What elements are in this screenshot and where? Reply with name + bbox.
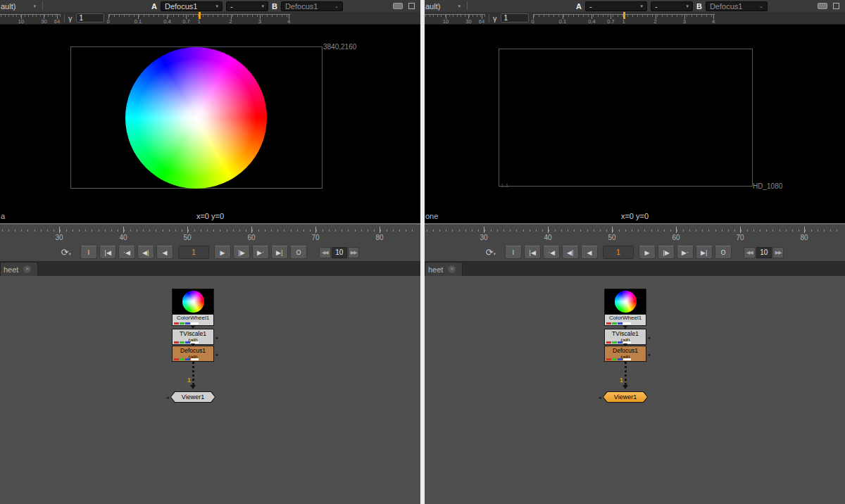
timeline-ruler[interactable]: 304050607080 — [425, 223, 845, 244]
chevron-down-icon: ▾ — [33, 4, 36, 9]
play-backward-button[interactable]: ◀ — [156, 246, 173, 259]
loop-mode-button[interactable]: ⟳▾ — [61, 248, 71, 257]
play-forward-button[interactable]: ▶ — [214, 246, 231, 259]
mask-input-icon[interactable]: ◂ — [215, 352, 218, 358]
first-frame-button[interactable]: |◀ — [99, 246, 116, 259]
step-forward-button[interactable]: |▶ — [658, 246, 675, 259]
node-colorwheel1[interactable]: ColorWheel1 — [604, 289, 646, 326]
buffer-a-label: A — [576, 2, 582, 11]
mask-input-icon[interactable]: ◂ — [647, 352, 650, 358]
prev-keyframe-button[interactable]: ·◀ — [118, 246, 135, 259]
timeline-tick-label: 50 — [608, 234, 615, 241]
pane-minimize-icon[interactable] — [818, 3, 827, 9]
timeline-tick — [530, 229, 530, 232]
gamma-tick — [119, 15, 120, 17]
dashed-connection-line[interactable] — [192, 362, 194, 385]
step-back-button[interactable]: ◀| — [562, 246, 579, 259]
increment-frame-button[interactable]: ▶▶ — [348, 247, 360, 258]
prev-keyframe-button[interactable]: ·◀ — [543, 246, 560, 259]
play-backward-button[interactable]: ◀ — [581, 246, 598, 259]
node-tviscale1[interactable]: TVIscale1 (all) ◂ — [604, 329, 646, 345]
viewer-canvas[interactable]: HD_1080 1,1 — [425, 25, 845, 209]
last-frame-button[interactable]: ▶| — [696, 246, 713, 259]
node-graph[interactable]: ColorWheel1 TVIscale1 (all) ◂ Defocus1 (… — [425, 276, 845, 504]
timeline-tick — [702, 229, 703, 232]
wipe-mode-dropdown[interactable]: - ▾ — [226, 1, 268, 11]
increment-frame-button[interactable]: ▶▶ — [772, 247, 784, 258]
timeline-tick — [613, 229, 613, 232]
mask-input-icon[interactable]: ◂ — [215, 335, 218, 341]
viewer-panel-right: ault) ▾ A - ▾ - ▾ B Defocus1 ⌄ — [425, 0, 845, 504]
dashed-connection-line[interactable] — [625, 362, 627, 385]
wipe-mode-dropdown[interactable]: - ▾ — [651, 1, 693, 11]
input-b-dropdown[interactable]: Defocus1 ⌄ — [281, 1, 343, 11]
timeline-major-tick — [315, 227, 316, 233]
current-frame-display: 1 — [603, 246, 634, 259]
gamma-slider[interactable]: 00.10.40.71234 — [533, 12, 715, 24]
alpha-channel-strip — [623, 322, 631, 325]
in-point-button[interactable]: I — [505, 246, 522, 259]
viewer-canvas[interactable]: 3840,2160 — [0, 25, 420, 209]
gain-slider[interactable]: 103064 — [425, 12, 487, 24]
node-label: Viewer1 — [171, 392, 215, 402]
node-viewer1[interactable]: ◂ Viewer1 — [170, 391, 215, 403]
node-graph[interactable]: ColorWheel1 TVIscale1 (all) ◂ Defocus1 (… — [0, 276, 420, 504]
layer-dropdown[interactable]: ault) ▾ — [425, 1, 461, 11]
timeline-tick — [747, 229, 748, 232]
step-forward-button[interactable]: |▶ — [233, 246, 250, 259]
node-defocus1[interactable]: Defocus1 (all) ◂ — [604, 346, 646, 362]
play-forward-button[interactable]: ▶ — [639, 246, 656, 259]
out-point-button[interactable]: O — [290, 246, 307, 259]
timeline-tick — [439, 229, 440, 232]
gain-slider[interactable]: 103064 — [0, 12, 62, 24]
input-b-dropdown[interactable]: Defocus1 ⌄ — [706, 1, 768, 11]
close-icon[interactable]: × — [23, 265, 31, 273]
close-icon[interactable]: × — [448, 265, 456, 273]
next-keyframe-button[interactable]: ▶· — [677, 246, 694, 259]
gamma-slider-handle[interactable] — [199, 12, 201, 19]
alpha-channel-strip — [191, 322, 199, 325]
timeline-major-tick — [251, 227, 252, 233]
out-point-button[interactable]: O — [715, 246, 732, 259]
timeline-major-tick — [123, 227, 124, 233]
timeline-tick — [188, 229, 189, 232]
blue-channel-strip — [618, 341, 622, 344]
tab-label: heet — [428, 265, 443, 274]
node-tviscale1[interactable]: TVIscale1 (all) ◂ — [172, 329, 214, 345]
timeline-major-tick — [804, 227, 805, 233]
timeline-tick — [555, 229, 556, 232]
gamma-input[interactable] — [76, 13, 104, 23]
gamma-tick — [213, 15, 213, 17]
tab-dope-sheet[interactable]: heet × — [0, 262, 38, 276]
next-keyframe-button[interactable]: ▶· — [252, 246, 269, 259]
gamma-slider-handle[interactable] — [623, 12, 625, 19]
pane-minimize-icon[interactable] — [393, 3, 403, 9]
input-a-dropdown[interactable]: - ▾ — [585, 1, 647, 11]
pane-maximize-icon[interactable] — [408, 3, 415, 9]
gamma-input[interactable] — [501, 13, 529, 23]
node-viewer1[interactable]: ◂ Viewer1 — [603, 391, 648, 403]
layer-dropdown[interactable]: ault) ▾ — [1, 1, 36, 11]
input-a-dropdown[interactable]: Defocus1 ▾ — [161, 1, 223, 11]
timeline-tick — [85, 229, 86, 232]
last-frame-button[interactable]: ▶| — [271, 246, 288, 259]
tab-dope-sheet[interactable]: heet × — [425, 262, 463, 276]
timeline-tick — [561, 229, 562, 232]
loop-mode-button[interactable]: ⟳▾ — [486, 248, 496, 257]
decrement-frame-button[interactable]: ◀◀ — [319, 247, 331, 258]
decrement-frame-button[interactable]: ◀◀ — [744, 247, 756, 258]
gamma-tick — [109, 15, 110, 17]
node-colorwheel1[interactable]: ColorWheel1 — [172, 289, 214, 326]
node-defocus1[interactable]: Defocus1 (all) ◂ — [172, 346, 214, 362]
first-frame-button[interactable]: |◀ — [524, 246, 541, 259]
gamma-slider[interactable]: 00.10.40.71234 — [108, 12, 290, 24]
in-point-button[interactable]: I — [80, 246, 97, 259]
timeline-tick — [54, 229, 54, 232]
green-channel-strip — [180, 358, 184, 360]
pane-maximize-icon[interactable] — [833, 3, 839, 9]
step-back-button[interactable]: ◀| — [137, 246, 154, 259]
mask-input-icon[interactable]: ◂ — [647, 335, 650, 341]
gamma-tick — [218, 15, 218, 17]
timeline-ruler[interactable]: 304050607080 — [0, 223, 420, 244]
gamma-tick — [149, 15, 149, 17]
